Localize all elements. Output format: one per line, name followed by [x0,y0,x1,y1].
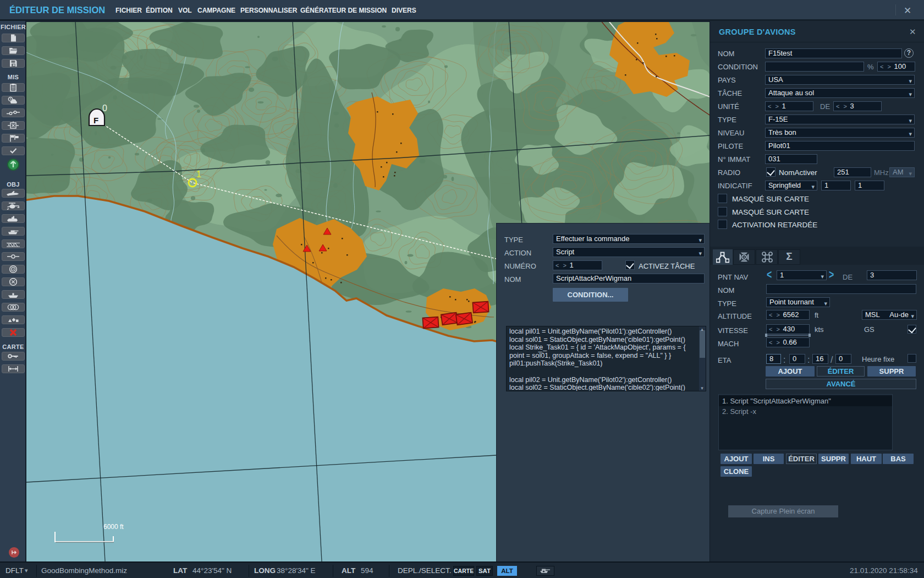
svg-text:1: 1 [196,170,201,179]
svg-text:0: 0 [102,103,107,113]
svg-text:6000 ft: 6000 ft [103,523,124,531]
svg-text:F: F [94,116,98,125]
